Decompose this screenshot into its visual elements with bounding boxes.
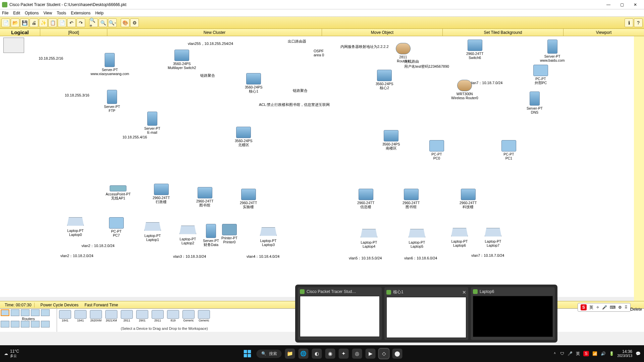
device-sw-admin[interactable]: 2960-24TT 行政楼	[153, 184, 170, 204]
device-laptop7[interactable]: Laptop-PT Laptop7	[485, 228, 501, 247]
app1-icon[interactable]: ◐	[312, 349, 322, 359]
pal-dev-2811[interactable]: 2811	[120, 310, 133, 322]
save-icon[interactable]: 💾	[20, 18, 29, 27]
copilot-icon[interactable]: ✦	[339, 349, 349, 359]
root-path[interactable]: [Root]	[40, 29, 107, 36]
new-icon[interactable]: 📄	[1, 18, 10, 27]
pal-dev-2901[interactable]: 2901	[136, 310, 149, 322]
paste-icon[interactable]: 📄	[58, 18, 66, 27]
app2-icon[interactable]: ▶	[366, 349, 376, 359]
task-thumb-pt[interactable]: Cisco Packet Tracer Stud…	[298, 287, 382, 340]
tray-battery-icon[interactable]: 🔋	[609, 351, 614, 356]
device-switch6[interactable]: 2960-24TT Switch6	[466, 40, 483, 60]
delete-tool-icon[interactable]: ✕	[635, 64, 643, 72]
weather-widget[interactable]: ☁ 11°C 多云	[0, 349, 23, 358]
device-dns[interactable]: Server-PT DNS	[527, 92, 543, 114]
pal-dev-2911[interactable]: 2911	[151, 310, 164, 322]
note-tool-icon[interactable]: 📝	[635, 52, 643, 60]
tray-sogou-icon[interactable]: S	[583, 351, 589, 356]
device-laptop4[interactable]: Laptop-PT Laptop4	[361, 229, 377, 248]
cat-multi-icon[interactable]	[31, 321, 40, 327]
close-icon[interactable]: ✕	[462, 290, 466, 295]
workspace[interactable]: ▭ 📝 ✕ 🔍 ✏ ⤢ ✉ 📧	[0, 36, 644, 301]
device-pc7[interactable]: PC-PT PC7	[109, 217, 124, 237]
copy-icon[interactable]: 📋	[48, 18, 57, 27]
tiled-bg-button[interactable]: Set Tiled Background	[443, 29, 564, 36]
chrome-icon[interactable]: ◉	[325, 349, 335, 359]
cat-cloud-icon[interactable]	[41, 321, 50, 327]
undo-icon[interactable]: ↶	[67, 18, 76, 27]
viewport-button[interactable]: Viewport	[564, 29, 644, 36]
menu-options[interactable]: Options	[25, 11, 39, 15]
device-core2[interactable]: 3560-24PS 核心2	[376, 70, 393, 90]
simple-pdu-icon[interactable]: ✉	[635, 112, 643, 121]
device-sw-lib[interactable]: 2960-24TT 图书馆	[196, 187, 213, 207]
pal-dev-generic2[interactable]: Generic	[197, 310, 211, 322]
pal-dev-1941[interactable]: 1941	[74, 310, 87, 322]
palette-icon[interactable]: 🎨	[121, 18, 129, 27]
cat-custom-icon[interactable]	[21, 321, 30, 327]
info-icon[interactable]: ℹ	[625, 18, 633, 27]
cat-wireless-icon[interactable]	[31, 309, 40, 316]
menu-file[interactable]: File	[2, 11, 8, 15]
edge-icon[interactable]: ◎	[352, 349, 362, 359]
taskbar-search[interactable]: 🔍搜索	[257, 350, 282, 358]
move-object-button[interactable]: Move Object	[322, 29, 443, 36]
pal-dev-1841[interactable]: 1841	[58, 310, 72, 322]
wizard-icon[interactable]: ✨	[39, 18, 48, 27]
device-laptop1[interactable]: Laptop-PT Laptop1	[144, 222, 161, 242]
device-server-baidu[interactable]: Server-PT www.baidu.com	[540, 40, 565, 62]
device-mls2[interactable]: 3560-24PS Multilayer Switch2	[168, 50, 196, 70]
device-core1[interactable]: 3560-24PS 核心1	[245, 73, 263, 93]
device-laptop3[interactable]: Laptop-PT Laptop3	[260, 227, 277, 247]
start-button[interactable]	[242, 348, 253, 359]
ime-item-0[interactable]: ✧	[596, 305, 599, 310]
menu-edit[interactable]: Edit	[13, 11, 20, 15]
select-tool-icon[interactable]: ▭	[635, 40, 643, 48]
cat-wan-icon[interactable]	[11, 321, 19, 327]
zoom-in-icon[interactable]: 🔍+	[89, 18, 98, 27]
zoom-reset-icon[interactable]: 🔍	[99, 18, 107, 27]
device-sw-art[interactable]: 2960-24TT 图书馆	[402, 189, 420, 209]
browser-icon[interactable]: 🌐	[299, 349, 309, 359]
menu-tools[interactable]: Tools	[57, 11, 66, 15]
device-server-fin[interactable]: Server-PT 财务Data	[203, 224, 219, 247]
device-printer0[interactable]: Printer-PT Printer0	[221, 224, 237, 244]
print-icon[interactable]: 🖨	[30, 18, 38, 27]
device-pc1[interactable]: PC-PT PC1	[501, 140, 516, 160]
help-icon[interactable]: ?	[634, 18, 643, 27]
obs-icon[interactable]: ⬤	[392, 349, 402, 359]
packettracer-icon[interactable]: ◇	[379, 349, 389, 359]
pal-dev-2621xm[interactable]: 2621XM	[105, 310, 118, 322]
device-south[interactable]: 3560-24PS 南楼区	[382, 130, 400, 150]
cat-routers-icon[interactable]	[1, 309, 9, 316]
device-north[interactable]: 3560-24PS 北楼区	[235, 127, 253, 147]
device-laptop5[interactable]: Laptop-PT Laptop5	[409, 229, 425, 248]
device-server-web[interactable]: Server-PT www.xiaoyuanwang.com	[91, 53, 129, 76]
device-server-ftp[interactable]: Server-PT FTP	[104, 90, 120, 113]
task-thumb-laptop6[interactable]: Laptop6	[471, 287, 555, 340]
sogou-icon[interactable]: S	[581, 304, 587, 310]
tray-wifi-icon[interactable]: 📶	[592, 351, 597, 356]
close-button[interactable]: ✕	[629, 1, 642, 9]
device-pc0[interactable]: PC-PT PC0	[429, 140, 444, 160]
draw-tool-icon[interactable]: ✏	[635, 88, 643, 97]
tray-volume-icon[interactable]: 🔊	[601, 351, 606, 356]
device-server-mail[interactable]: Server-PT E-mail	[144, 112, 160, 134]
device-laptop6[interactable]: Laptop-PT Laptop6	[451, 228, 468, 247]
custom-icon[interactable]: ⚙	[130, 18, 139, 27]
new-cluster-button[interactable]: New Cluster	[107, 29, 322, 36]
ime-item-3[interactable]: ⚙	[618, 305, 622, 310]
open-icon[interactable]: 📂	[11, 18, 19, 27]
cat-hubs-icon[interactable]	[21, 309, 30, 316]
pal-dev-generic1[interactable]: Generic	[182, 310, 195, 322]
ime-item-1[interactable]: 🎤	[602, 305, 607, 310]
ime-toolbar[interactable]: S 英 ✧ 🎤 ⌨ ⚙ ⠿	[578, 303, 631, 312]
menu-help[interactable]: Help	[95, 11, 104, 15]
explorer-icon[interactable]: 📁	[285, 349, 295, 359]
ime-lang[interactable]: 英	[589, 305, 593, 310]
device-wrt[interactable]: WRT300N Wireless Router0	[451, 80, 478, 100]
taskbar-clock[interactable]: 14:36 2023/3/13	[618, 350, 633, 358]
notifications-icon[interactable]: 💬	[636, 351, 641, 356]
fast-forward-button[interactable]: Fast Forward Time	[85, 303, 118, 307]
